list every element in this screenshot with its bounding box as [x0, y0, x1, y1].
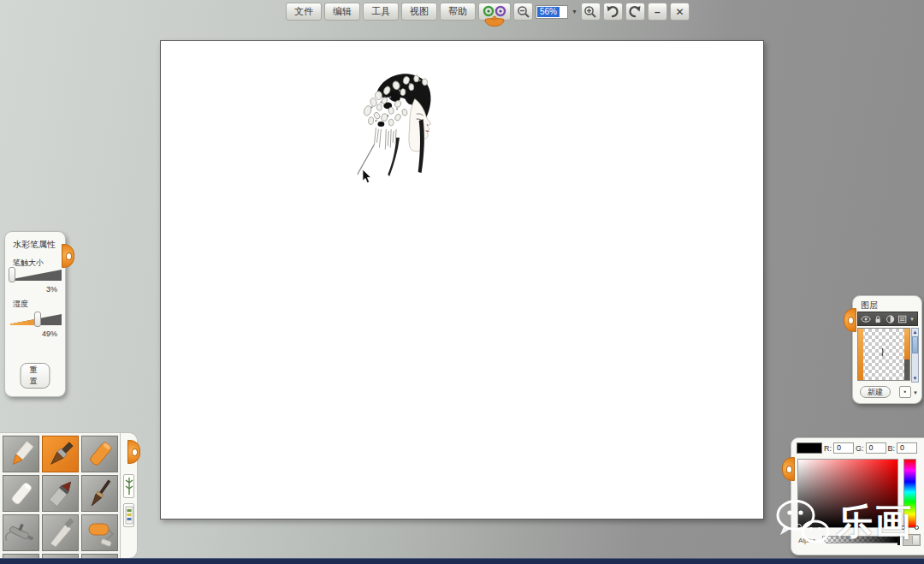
palette-extra-button-2[interactable] — [123, 503, 134, 527]
undo-icon — [606, 5, 619, 18]
layer-options-caret[interactable]: ▼ — [913, 390, 918, 395]
brush-size-label: 笔触大小 — [13, 258, 44, 269]
layers-scrollbar[interactable]: ▲ ▼ — [911, 328, 919, 383]
menu-edit[interactable]: 编辑 — [324, 3, 360, 21]
eye-icon[interactable] — [861, 314, 871, 324]
wetness-value: 49% — [42, 329, 57, 338]
brush-properties-panel: 水彩笔属性 笔触大小 3% 湿度 49% 重置 — [4, 231, 66, 397]
app-logo[interactable] — [478, 3, 511, 21]
saturation-value-field[interactable] — [797, 459, 898, 528]
zoom-in-icon — [583, 5, 597, 19]
stamp-pattern-icon — [125, 505, 133, 525]
b-input[interactable]: 0 — [897, 442, 917, 454]
top-toolbar: 文件 编辑 工具 视图 帮助 56% ▼ — [286, 2, 690, 21]
color-picker-panel: R: 0 G: 0 B: 0 Alpha — [791, 437, 924, 555]
tool-airbrush[interactable] — [3, 514, 39, 551]
sv-picker-handle[interactable] — [796, 524, 802, 530]
tool-paint-roller[interactable] — [81, 514, 118, 551]
drawing-canvas[interactable] — [160, 40, 764, 519]
mouse-cursor — [362, 169, 374, 184]
close-icon: ✕ — [675, 7, 684, 17]
alpha-spinner[interactable] — [903, 534, 921, 546]
zoom-level-input[interactable]: 56% — [536, 5, 568, 19]
layer-selection-bar-left — [858, 329, 863, 380]
layer-bar-dark — [904, 359, 909, 380]
reset-button[interactable]: 重置 — [21, 363, 50, 389]
menu-file[interactable]: 文件 — [286, 3, 322, 21]
current-color-swatch — [797, 442, 822, 454]
scroll-up-icon[interactable]: ▲ — [912, 329, 918, 335]
menu-tools[interactable]: 工具 — [363, 3, 399, 21]
tool-grid — [3, 436, 120, 564]
r-label: R: — [824, 444, 832, 453]
opacity-icon[interactable] — [886, 314, 895, 324]
palette-side-tab — [121, 432, 138, 559]
app-window: 文件 编辑 工具 视图 帮助 56% ▼ — [0, 0, 924, 564]
zoom-level-value: 56% — [537, 7, 560, 17]
tool-watercolor-brush[interactable] — [42, 436, 79, 472]
hue-handle-left[interactable] — [901, 525, 905, 530]
bamboo-icon — [125, 476, 133, 496]
alpha-handle[interactable] — [897, 535, 900, 545]
tool-marker[interactable] — [42, 475, 79, 512]
g-input[interactable]: 0 — [866, 442, 886, 454]
layer-menu-icon[interactable] — [897, 314, 907, 324]
alpha-label: Alpha — [798, 537, 815, 544]
brush-panel-title: 水彩笔属性 — [13, 239, 56, 251]
layers-panel: 图层 ▼ — [852, 295, 922, 404]
new-layer-button[interactable]: 新建 — [860, 386, 891, 398]
panel-collapse-handle[interactable] — [62, 244, 74, 268]
alpha-slider[interactable] — [822, 536, 899, 543]
hue-handle-right[interactable] — [915, 525, 919, 530]
scroll-down-icon[interactable]: ▼ — [912, 375, 918, 382]
wetness-label: 湿度 — [13, 299, 28, 310]
brush-size-thumb[interactable] — [9, 267, 15, 282]
wetness-thumb[interactable] — [34, 312, 41, 327]
zoom-out-button[interactable] — [513, 3, 533, 21]
tool-pastel[interactable] — [81, 436, 118, 472]
brush-size-value: 3% — [46, 285, 57, 294]
b-label: B: — [888, 444, 896, 453]
tool-ink-brush[interactable] — [81, 475, 118, 512]
bottom-bar — [0, 558, 924, 564]
canvas-artwork-portrait — [351, 65, 452, 187]
zoom-in-button[interactable] — [581, 3, 601, 21]
wetness-slider[interactable] — [10, 314, 62, 326]
menu-help[interactable]: 帮助 — [440, 3, 476, 21]
close-button[interactable]: ✕ — [670, 3, 690, 21]
minimize-button[interactable]: – — [648, 3, 667, 21]
undo-button[interactable] — [603, 3, 623, 21]
layers-panel-title: 图层 — [861, 300, 878, 312]
layers-toolbar: ▼ — [857, 312, 918, 326]
redo-button[interactable] — [625, 3, 645, 21]
tool-chalk[interactable] — [3, 475, 39, 512]
layer-options-button[interactable]: ▪ — [899, 386, 911, 398]
g-label: G: — [856, 444, 864, 453]
app-logo-icon — [481, 4, 510, 33]
minimize-icon: – — [654, 7, 660, 17]
rgb-row: R: 0 G: 0 B: 0 — [791, 442, 924, 454]
layer-selection-bar-right — [904, 329, 909, 359]
color-collapse-handle[interactable] — [782, 457, 795, 481]
brush-size-track — [10, 270, 62, 281]
layer-thumbnail[interactable] — [857, 328, 910, 381]
layers-collapse-handle[interactable] — [844, 308, 856, 332]
zoom-out-icon — [517, 5, 530, 19]
r-input[interactable]: 0 — [833, 442, 854, 454]
menu-view[interactable]: 视图 — [401, 3, 437, 21]
lock-icon[interactable] — [874, 314, 882, 324]
scrollbar-thumb[interactable] — [912, 336, 918, 353]
palette-collapse-handle[interactable] — [127, 440, 140, 464]
zoom-dropdown-caret[interactable]: ▼ — [572, 9, 578, 15]
layer-content-mark — [880, 347, 887, 358]
redo-icon — [628, 5, 642, 18]
tool-palette-knife[interactable] — [42, 514, 79, 551]
brush-size-slider[interactable] — [10, 270, 62, 282]
palette-extra-button-1[interactable] — [123, 474, 134, 498]
tool-palette — [0, 432, 121, 564]
tool-pencil[interactable] — [3, 436, 39, 472]
hue-bar[interactable] — [903, 459, 916, 528]
layer-menu-caret[interactable]: ▼ — [909, 317, 915, 322]
